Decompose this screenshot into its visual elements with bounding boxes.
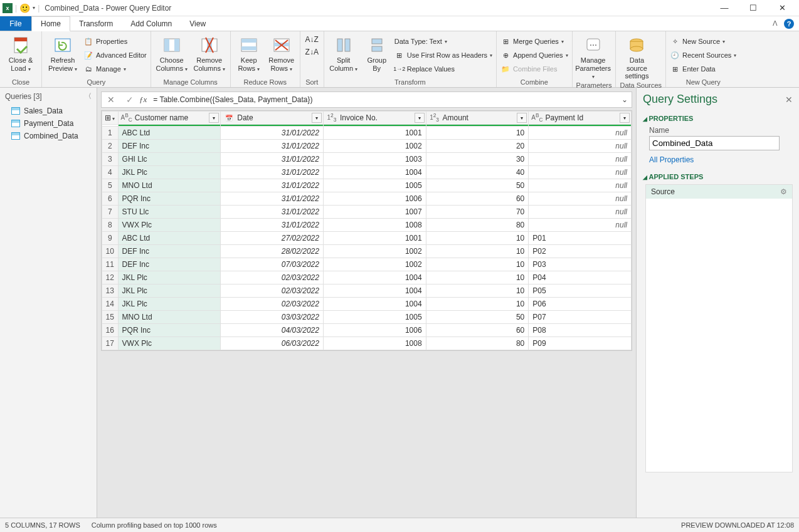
cell[interactable]: P01 xyxy=(529,232,632,245)
table-row[interactable]: 8 VWX Plc 31/01/2022 1008 80 null xyxy=(102,219,632,232)
query-name-input[interactable] xyxy=(649,136,780,150)
row-number[interactable]: 6 xyxy=(102,192,119,206)
cell[interactable]: VWX Plc xyxy=(118,219,221,232)
smiley-icon[interactable]: 🙂 xyxy=(19,3,30,13)
qat-dropdown[interactable]: ▾ xyxy=(33,5,35,11)
cell[interactable]: VWX Plc xyxy=(118,337,221,350)
row-number[interactable]: 7 xyxy=(102,206,119,219)
all-properties-link[interactable]: All Properties xyxy=(649,155,793,164)
cell[interactable]: P08 xyxy=(529,324,632,337)
formula-bar[interactable]: ✕ ✓ ƒx = Table.Combine({Sales_Data, Paym… xyxy=(101,91,632,108)
manage-parameters-button[interactable]: ⋯ Manage Parameters ▾ xyxy=(576,35,610,80)
tab-view[interactable]: View xyxy=(181,16,214,31)
tab-home[interactable]: Home xyxy=(31,16,70,31)
sort-asc-button[interactable]: A↓Z xyxy=(305,35,319,44)
cell[interactable]: 1004 xyxy=(323,271,426,284)
minimize-button[interactable]: — xyxy=(710,0,739,16)
formula-cancel-icon[interactable]: ✕ xyxy=(102,95,120,105)
cell[interactable]: P03 xyxy=(529,258,632,271)
cell[interactable]: 31/01/2022 xyxy=(221,166,324,179)
table-row[interactable]: 6 PQR Inc 31/01/2022 1006 60 null xyxy=(102,192,632,206)
row-number[interactable]: 5 xyxy=(102,179,119,192)
select-all-corner[interactable]: ⊞▾ xyxy=(102,112,119,125)
split-column-button[interactable]: Split Column ▾ xyxy=(328,35,359,72)
cell[interactable]: JKL Plc xyxy=(118,271,221,284)
enter-data-button[interactable]: ⊞Enter Data xyxy=(670,63,736,75)
cell[interactable]: 10 xyxy=(426,127,529,140)
column-filter-icon[interactable]: ▾ xyxy=(415,113,425,123)
close-and-load-button[interactable]: Close & Load ▾ xyxy=(4,35,38,72)
cell[interactable]: 1002 xyxy=(323,140,426,153)
table-row[interactable]: 4 JKL Plc 31/01/2022 1004 40 null xyxy=(102,166,632,179)
fx-icon[interactable]: ƒx xyxy=(139,95,151,105)
type-icon[interactable]: ABC xyxy=(531,112,542,123)
replace-values-button[interactable]: 1→2Replace Values xyxy=(394,63,492,75)
row-number[interactable]: 4 xyxy=(102,166,119,179)
type-icon[interactable]: ABC xyxy=(121,112,132,123)
cell[interactable]: DEF Inc xyxy=(118,245,221,258)
table-row[interactable]: 10 DEF Inc 28/02/2022 1002 10 P02 xyxy=(102,245,632,258)
table-row[interactable]: 1 ABC Ltd 31/01/2022 1001 10 null xyxy=(102,127,632,140)
row-number[interactable]: 3 xyxy=(102,153,119,166)
query-item[interactable]: Payment_Data xyxy=(0,117,97,130)
close-window-button[interactable]: ✕ xyxy=(768,0,796,16)
cell[interactable]: 20 xyxy=(426,140,529,153)
cell[interactable]: null xyxy=(529,206,632,219)
cell[interactable]: 10 xyxy=(426,232,529,245)
cell[interactable]: 1004 xyxy=(323,166,426,179)
cell[interactable]: 1006 xyxy=(323,324,426,337)
cell[interactable]: P05 xyxy=(529,284,632,298)
cell[interactable]: 1003 xyxy=(323,153,426,166)
advanced-editor-button[interactable]: 📝Advanced Editor xyxy=(83,49,147,61)
row-number[interactable]: 16 xyxy=(102,324,119,337)
cell[interactable]: null xyxy=(529,219,632,232)
cell[interactable]: 10 xyxy=(426,284,529,298)
cell[interactable]: 07/03/2022 xyxy=(221,258,324,271)
column-filter-icon[interactable]: ▾ xyxy=(312,113,322,123)
cell[interactable]: 31/01/2022 xyxy=(221,127,324,140)
column-filter-icon[interactable]: ▾ xyxy=(517,113,527,123)
cell[interactable]: null xyxy=(529,179,632,192)
row-number[interactable]: 2 xyxy=(102,140,119,153)
cell[interactable]: 1001 xyxy=(323,232,426,245)
applied-step-source[interactable]: Source ⚙ xyxy=(646,185,792,199)
cell[interactable]: 31/01/2022 xyxy=(221,206,324,219)
table-row[interactable]: 17 VWX Plc 06/03/2022 1008 80 P09 xyxy=(102,337,632,350)
cell[interactable]: GHI Llc xyxy=(118,153,221,166)
type-icon[interactable]: 123 xyxy=(326,112,337,123)
cell[interactable]: 31/01/2022 xyxy=(221,179,324,192)
cell[interactable]: P06 xyxy=(529,298,632,311)
row-number[interactable]: 13 xyxy=(102,284,119,298)
query-item[interactable]: Sales_Data xyxy=(0,105,97,117)
column-header[interactable]: ABCPayment Id▾ xyxy=(529,112,632,125)
table-row[interactable]: 3 GHI Llc 31/01/2022 1003 30 null xyxy=(102,153,632,166)
table-row[interactable]: 5 MNO Ltd 31/01/2022 1005 50 null xyxy=(102,179,632,192)
remove-columns-button[interactable]: Remove Columns ▾ xyxy=(193,35,226,72)
table-row[interactable]: 11 DEF Inc 07/03/2022 1002 10 P03 xyxy=(102,258,632,271)
row-number[interactable]: 15 xyxy=(102,311,119,324)
cell[interactable]: 70 xyxy=(426,206,529,219)
cell[interactable]: 31/01/2022 xyxy=(221,192,324,206)
cell[interactable]: 40 xyxy=(426,166,529,179)
cell[interactable]: 27/02/2022 xyxy=(221,232,324,245)
cell[interactable]: 10 xyxy=(426,245,529,258)
gear-icon[interactable]: ⚙ xyxy=(780,187,787,196)
tab-transform[interactable]: Transform xyxy=(70,16,122,31)
collapse-queries-icon[interactable]: 〈 xyxy=(85,91,92,101)
cell[interactable]: 1002 xyxy=(323,245,426,258)
cell[interactable]: 50 xyxy=(426,179,529,192)
help-icon[interactable]: ? xyxy=(784,19,794,29)
data-type-button[interactable]: Data Type: Text ▾ xyxy=(394,35,492,48)
recent-sources-button[interactable]: 🕘Recent Sources ▾ xyxy=(670,49,736,61)
cell[interactable]: 02/03/2022 xyxy=(221,284,324,298)
table-row[interactable]: 9 ABC Ltd 27/02/2022 1001 10 P01 xyxy=(102,232,632,245)
cell[interactable]: JKL Plc xyxy=(118,284,221,298)
cell[interactable]: null xyxy=(529,153,632,166)
column-header[interactable]: 📅Date▾ xyxy=(221,112,324,125)
maximize-button[interactable]: ☐ xyxy=(739,0,768,16)
cell[interactable]: 03/03/2022 xyxy=(221,311,324,324)
merge-queries-button[interactable]: ⊞Merge Queries ▾ xyxy=(500,35,568,48)
cell[interactable]: P02 xyxy=(529,245,632,258)
table-row[interactable]: 16 PQR Inc 04/03/2022 1006 60 P08 xyxy=(102,324,632,337)
cell[interactable]: 02/03/2022 xyxy=(221,271,324,284)
